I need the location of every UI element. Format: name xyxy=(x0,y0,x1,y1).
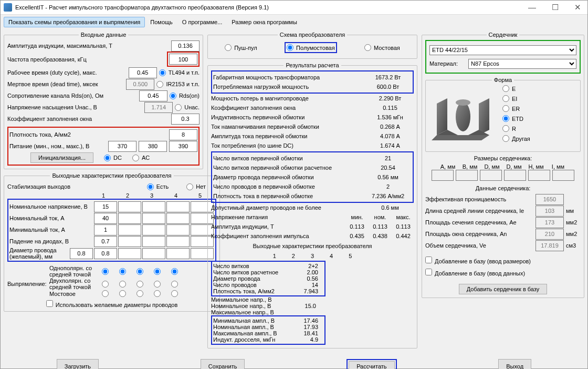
lbl-stab: Стабилизация выходов xyxy=(7,183,145,190)
maximize-button[interactable]: ☐ xyxy=(549,3,562,12)
cb-usewire[interactable]: Использовать желаемые диаметры проводов xyxy=(46,302,178,308)
in-fill[interactable] xyxy=(171,114,200,125)
menu-help[interactable]: Помощь xyxy=(146,17,177,27)
radio-fullbridge[interactable]: Мостовая xyxy=(364,44,400,51)
in-vmax[interactable] xyxy=(169,141,197,152)
close-button[interactable]: ✕ xyxy=(571,3,584,12)
radio-stab-yes[interactable]: Есть xyxy=(147,183,169,190)
form-er[interactable]: ER xyxy=(502,105,530,112)
dim-i xyxy=(552,170,574,181)
radio-halfbridge[interactable]: Полумостовая xyxy=(287,44,335,51)
lbl-wire: Диаметр провода (желаемый), мм xyxy=(9,247,69,260)
out-v4[interactable] xyxy=(166,201,190,212)
out-wb[interactable] xyxy=(94,248,117,259)
input-group: Входные данные Амплитуда индукции, макси… xyxy=(4,32,203,169)
form-e[interactable]: E xyxy=(502,85,530,92)
form-other[interactable]: Другая xyxy=(502,135,530,142)
cd5 xyxy=(536,240,564,251)
lbl-usat: Напряжение насыщения Uнас., В xyxy=(7,104,142,110)
input-legend: Входные данные xyxy=(79,32,129,38)
lbl-fill: Коэффициент заполнения окна xyxy=(7,116,169,122)
radio-ac[interactable]: AC xyxy=(132,155,150,161)
lbl-induction: Амплитуда индукции, максимальная, Т xyxy=(7,43,169,49)
outchar-group: Выходные характеристики преобразователя … xyxy=(4,172,220,312)
window-title: ExcellentIT - Расчет импульсного трансфо… xyxy=(15,4,525,11)
menu-schemes[interactable]: Показать схемы преобразования и выпрямле… xyxy=(4,17,145,27)
in-duty[interactable] xyxy=(129,67,157,78)
menu-windowsize[interactable]: Размер окна программы xyxy=(227,17,301,27)
lbl-jdens: Плотность тока, А/мм2 xyxy=(9,131,167,138)
lbl-inom: Номинальный ток, А xyxy=(9,215,93,221)
minimize-button[interactable]: — xyxy=(525,3,539,12)
cd4 xyxy=(536,229,564,240)
in-jdens[interactable] xyxy=(169,129,197,140)
lbl-vnom: Номинальное напряжение, В xyxy=(9,203,93,210)
save-button[interactable]: Сохранить xyxy=(201,359,245,369)
lbl-dead: Мертвое время (dead time), мксек xyxy=(7,81,124,87)
dim-d1 xyxy=(480,170,502,181)
dim-b xyxy=(456,170,478,181)
exit-button[interactable]: Выход xyxy=(498,359,531,369)
lbl-rect2: Двухполярн. со средней точкой xyxy=(49,278,102,290)
out-v3[interactable] xyxy=(142,201,165,212)
radio-dc[interactable]: DC xyxy=(104,155,122,161)
out-vd1[interactable] xyxy=(94,236,117,247)
out-i1[interactable] xyxy=(94,213,117,224)
load-button[interactable]: Загрузить xyxy=(57,359,99,369)
in-dead xyxy=(126,79,154,90)
form-r[interactable]: R xyxy=(502,125,530,132)
lbl-rds: Сопротивление канала Rds(on), Ом xyxy=(7,93,137,99)
svg-point-1 xyxy=(456,99,470,106)
radio-tl494[interactable]: TL494 и т.п. xyxy=(159,69,200,76)
form-ei[interactable]: EI xyxy=(502,95,530,102)
radio-usat[interactable]: Uнас. xyxy=(175,104,200,111)
dim-a xyxy=(432,170,454,181)
out-v2[interactable] xyxy=(118,201,141,212)
material-select[interactable]: N87 Epcos xyxy=(468,59,576,69)
lbl-rect: Выпрямление: xyxy=(7,281,49,287)
lbl-duty: Рабочее время (duty cycle), макс. xyxy=(7,69,127,76)
app-icon xyxy=(4,3,12,12)
svg-point-0 xyxy=(456,102,470,131)
cd3 xyxy=(536,217,564,228)
radio-pushpull[interactable]: Пуш-пул xyxy=(225,44,257,51)
lbl-imin: Минимальный ток, А xyxy=(9,227,93,233)
menu-about[interactable]: О программе... xyxy=(178,17,226,27)
cb-add-sizes[interactable]: Добавление в базу (ввод размеров) xyxy=(425,258,531,264)
results-group: Результаты расчета Габаритная мощность т… xyxy=(207,62,417,348)
dim-h xyxy=(528,170,550,181)
dim-d2 xyxy=(504,170,526,181)
titlebar: ExcellentIT - Расчет импульсного трансфо… xyxy=(1,1,587,15)
r-rect1-1[interactable] xyxy=(102,268,109,275)
cd2 xyxy=(536,206,564,217)
radio-stab-no[interactable]: Нет xyxy=(186,183,206,190)
init-button[interactable]: Инициализация... xyxy=(30,152,93,163)
in-vnom[interactable] xyxy=(139,141,167,152)
radio-ir2153[interactable]: IR2153 и т.п. xyxy=(156,81,200,88)
lbl-freq: Частота преобразования, кГц xyxy=(7,56,165,63)
lbl-supply: Питание (мин., ном., макс.), В xyxy=(9,143,106,149)
in-vmin[interactable] xyxy=(108,141,136,152)
in-induction[interactable] xyxy=(171,40,200,52)
out-im1[interactable] xyxy=(94,224,117,235)
outchar-legend: Выходные характеристики преобразователя xyxy=(50,172,173,179)
cd1 xyxy=(536,194,564,205)
lbl-vdiode: Падение на диодах, В xyxy=(9,238,93,244)
add-core-button[interactable]: Добавить сердечник в базу xyxy=(459,284,548,294)
schema-legend: Схема преобразователя xyxy=(278,32,348,38)
in-rds[interactable] xyxy=(139,90,167,101)
core-select[interactable]: ETD 44/22/15 xyxy=(429,45,576,55)
form-etd[interactable]: ETD xyxy=(502,115,530,122)
lbl-rect3: Мостовое xyxy=(49,291,102,297)
cb-add-data[interactable]: Добавление в базу (ввод данных) xyxy=(425,270,525,276)
out-v1[interactable] xyxy=(94,201,117,212)
radio-rdson[interactable]: Rds(on) xyxy=(170,93,200,99)
calc-button[interactable]: Рассчитать xyxy=(349,361,394,369)
core-legend: Сердечник xyxy=(487,32,520,38)
in-freq[interactable] xyxy=(169,54,197,65)
results-legend: Результаты расчета xyxy=(284,62,341,68)
schema-group: Схема преобразователя Пуш-пул Полумостов… xyxy=(207,32,417,59)
lbl-rect1: Однополярн. со средней точкой xyxy=(49,265,102,278)
core-image xyxy=(429,85,497,148)
out-wa[interactable] xyxy=(70,248,93,259)
